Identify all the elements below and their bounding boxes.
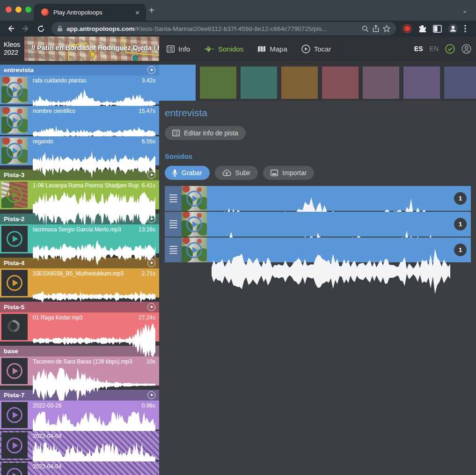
clip-thumbnail[interactable]: [1, 432, 28, 459]
sound-row[interactable]: regando1: [165, 238, 471, 262]
lang-en-button[interactable]: EN: [430, 45, 439, 52]
track-swatch-1[interactable]: [159, 65, 196, 101]
clip-duration: 6.41s: [142, 182, 155, 189]
bookmark-star-icon[interactable]: [383, 25, 390, 32]
play-button-icon[interactable]: [7, 112, 22, 128]
sound-row[interactable]: rafa cuidando plantas1: [165, 186, 471, 211]
clip-thumbnail[interactable]: [1, 138, 28, 164]
clip-thumbnail[interactable]: [1, 77, 28, 103]
sound-clip[interactable]: 2022-03-280.96s: [0, 401, 159, 430]
play-button-icon[interactable]: [7, 187, 22, 203]
sound-clip[interactable]: nombre cientifico15.47s: [0, 106, 159, 135]
browser-tab[interactable]: Play Antropoloops ×: [34, 4, 146, 21]
maximize-window-button[interactable]: [25, 7, 31, 13]
clip-thumbnail[interactable]: [1, 314, 28, 340]
sound-row[interactable]: nombre cientifico1: [165, 212, 471, 237]
track-play-button[interactable]: [147, 66, 155, 74]
nav-tab-sonidos[interactable]: Sonidos: [204, 45, 243, 53]
track-swatch-2[interactable]: [200, 67, 236, 99]
sound-clip[interactable]: regando6.55s: [0, 136, 159, 165]
close-window-button[interactable]: [6, 7, 12, 13]
browser-profile-avatar[interactable]: [448, 23, 458, 34]
new-tab-button[interactable]: +: [149, 6, 154, 15]
minimize-window-button[interactable]: [15, 7, 22, 13]
forward-button[interactable]: [20, 22, 32, 35]
play-button-icon[interactable]: [186, 216, 202, 232]
play-button-icon[interactable]: [186, 191, 202, 207]
upload-button[interactable]: Subir: [215, 166, 258, 180]
tab-search-chevron-icon[interactable]: ⌄: [462, 7, 468, 14]
nav-tab-mapa[interactable]: Mapa: [257, 45, 287, 53]
project-brand[interactable]: Kleos 2022: [0, 41, 24, 57]
sound-clip[interactable]: 01 Raga Kedar.mp327.24s: [0, 312, 159, 341]
map-thumbnail[interactable]: // Patio en Bordador Rodríguez Ojeda / R…: [24, 37, 159, 61]
drag-handle[interactable]: [165, 212, 182, 237]
browser-menu-kebab-icon[interactable]: [464, 25, 466, 32]
sound-clip[interactable]: Taconeo de Sara Baras (128 kbps).mp310s: [0, 356, 159, 386]
play-button-icon[interactable]: [186, 242, 202, 258]
track-play-button[interactable]: [147, 303, 155, 311]
url-bar[interactable]: app.antropoloops.com/Kleos-Santa-Marina/…: [51, 22, 396, 35]
play-button-icon[interactable]: [7, 82, 22, 98]
clip-duration: 10s: [146, 358, 155, 365]
clip-thumbnail[interactable]: [1, 226, 28, 252]
track-swatch-6[interactable]: [363, 67, 399, 99]
tab-close-icon[interactable]: ×: [133, 8, 141, 16]
clip-thumbnail[interactable]: [1, 402, 28, 428]
play-button-icon[interactable]: [7, 143, 22, 159]
clip-thumbnail[interactable]: [1, 463, 28, 475]
track-play-button[interactable]: [147, 171, 155, 179]
nav-tab-label: Tocar: [314, 45, 331, 53]
sound-clip[interactable]: 33ESX6038_B5_Muthedukkum.mp32.71s: [0, 268, 159, 297]
track-swatch-5[interactable]: [322, 67, 359, 99]
play-button-icon[interactable]: [7, 275, 22, 291]
zoom-icon[interactable]: [362, 25, 369, 32]
sound-clip[interactable]: rafa cuidando plantas3.42s: [0, 75, 159, 104]
share-icon[interactable]: [373, 25, 379, 32]
track-swatch-3[interactable]: [241, 67, 277, 99]
track-play-button[interactable]: [147, 347, 155, 355]
track-section-header[interactable]: entrevista: [0, 65, 159, 75]
play-button-icon[interactable]: [7, 468, 22, 475]
play-button-icon[interactable]: [7, 407, 22, 423]
drag-handle[interactable]: [165, 186, 182, 211]
record-button[interactable]: Grabar: [165, 166, 210, 180]
track-swatch-8[interactable]: [444, 67, 476, 99]
waveform: [33, 190, 155, 227]
clip-thumbnail[interactable]: [1, 358, 28, 384]
clip-thumbnail[interactable]: [182, 186, 207, 211]
play-button-icon[interactable]: [7, 363, 22, 379]
extensions-puzzle-icon[interactable]: [418, 24, 427, 33]
sound-row-body: regando1: [207, 238, 471, 262]
lang-es-button[interactable]: ES: [414, 45, 423, 52]
waveform: [212, 240, 450, 303]
clip-thumbnail[interactable]: [1, 107, 28, 134]
clip-thumbnail[interactable]: [182, 238, 207, 262]
track-swatch-7[interactable]: [403, 67, 440, 99]
account-icon[interactable]: [461, 44, 471, 54]
import-button[interactable]: Importar: [263, 166, 314, 180]
play-button-icon[interactable]: [7, 438, 22, 453]
reload-button[interactable]: [35, 22, 47, 35]
side-panel-icon[interactable]: [433, 25, 442, 33]
nav-tab-label: Sonidos: [218, 45, 243, 53]
sound-clip[interactable]: 2022-04-04: [0, 431, 159, 460]
clip-thumbnail[interactable]: [1, 270, 28, 296]
drag-handle[interactable]: [165, 238, 182, 262]
nav-tab-info[interactable]: Info: [167, 45, 190, 53]
track-play-button[interactable]: [147, 391, 155, 399]
brand-line2: 2022: [4, 49, 24, 57]
clip-thumbnail[interactable]: [182, 212, 207, 237]
record-extension-icon[interactable]: [403, 24, 412, 33]
track-play-button[interactable]: [147, 215, 155, 223]
track-swatch-4[interactable]: [281, 67, 318, 99]
sound-clip[interactable]: 2022-04-04: [0, 461, 159, 475]
back-button[interactable]: [5, 22, 17, 35]
sound-clip[interactable]: 1-06 Lavanya Rama Poorna Shadjam Rupak..…: [0, 180, 159, 209]
play-button-icon[interactable]: [7, 231, 22, 247]
edit-track-info-button[interactable]: Editar info de pista: [165, 126, 246, 140]
track-play-button[interactable]: [147, 259, 155, 267]
clip-thumbnail[interactable]: [1, 182, 28, 208]
nav-tab-tocar[interactable]: Tocar: [301, 45, 331, 53]
sound-clip[interactable]: lacrimosa Sergio García Merlo.mp313.16s: [0, 224, 159, 253]
